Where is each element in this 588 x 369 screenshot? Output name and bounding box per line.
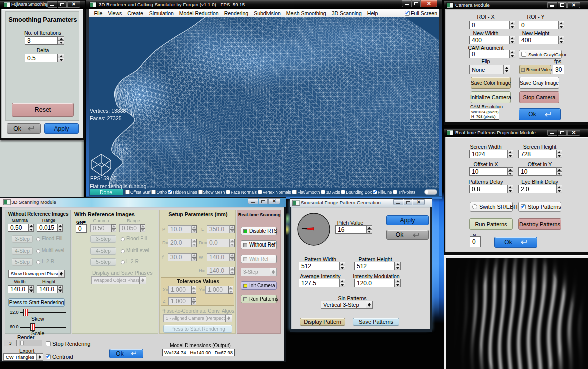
spin-down-button[interactable] xyxy=(29,228,34,232)
ok-button[interactable]: Ok xyxy=(494,237,537,248)
statusbar-toggle-bounding-box[interactable]: Bounding Box xyxy=(341,190,372,195)
maximize-button[interactable] xyxy=(58,1,67,8)
statusbar-checkbox[interactable] xyxy=(393,190,397,194)
disable-rts-checkbutton[interactable]: Disable RTS xyxy=(241,227,277,235)
menu-item-rendering[interactable]: Rendering xyxy=(221,10,251,16)
new-width-input[interactable]: 400 xyxy=(469,36,509,44)
spin-up-button[interactable] xyxy=(509,50,515,54)
spin-down-button[interactable] xyxy=(556,154,562,158)
statusbar-toggle-tri-points[interactable]: Tri/Points xyxy=(393,190,415,195)
sin-patterns-select[interactable]: Vertical 3-Step xyxy=(321,301,373,309)
destroy-patterns-button[interactable]: Destroy Patterns xyxy=(518,218,561,230)
width-spinner[interactable] xyxy=(29,285,34,293)
screen-height-input[interactable]: 728 xyxy=(518,150,556,158)
spin-down-button[interactable] xyxy=(58,228,63,232)
spin-up-button[interactable] xyxy=(58,285,63,290)
menu-item-3d-scanning[interactable]: 3D Scanning xyxy=(329,10,364,16)
menu-item-mesh-smoothing[interactable]: Mesh Smoothing xyxy=(283,10,329,16)
new-height-spinner[interactable] xyxy=(558,36,564,44)
apply-button[interactable]: Apply xyxy=(44,123,79,134)
apply-button[interactable]: Apply xyxy=(386,215,429,225)
offset-x-spinner[interactable] xyxy=(507,167,513,176)
save-color-image-button[interactable]: Save Color Image xyxy=(471,77,511,89)
ok-button[interactable]: Ok xyxy=(519,108,561,120)
spin-down-button[interactable] xyxy=(509,25,515,29)
stop-patterns-checkbutton[interactable]: Stop Patterns xyxy=(518,202,561,212)
spin-up-button[interactable] xyxy=(509,36,515,40)
spin-up-button[interactable] xyxy=(558,21,564,25)
minimize-button[interactable] xyxy=(393,199,403,205)
spin-down-button[interactable] xyxy=(58,58,64,62)
close-button[interactable]: ✕ xyxy=(421,0,437,7)
statusbar-toggle-show-mesh[interactable]: Show Mesh xyxy=(198,190,225,195)
pattern-width-input[interactable]: 512 xyxy=(299,262,339,270)
offset-y-spinner[interactable] xyxy=(556,167,562,176)
statusbar-toggle-hidden-lines[interactable]: Hidden Lines xyxy=(168,190,197,195)
start-rendering-button[interactable]: Press to Start Rendering xyxy=(8,298,65,307)
statusbar-toggle-offset-surf[interactable]: Offset Surf xyxy=(125,190,150,195)
spin-down-button[interactable] xyxy=(509,54,515,58)
phase-display-select[interactable]: Show Unwrapped Phase xyxy=(8,270,65,278)
switch-srebh-checkbox[interactable] xyxy=(472,204,477,209)
cam-argument-input[interactable]: 0 xyxy=(469,50,509,58)
menu-item-file[interactable]: File xyxy=(91,10,105,16)
avg-intensity-input[interactable]: 127.5 xyxy=(299,279,339,287)
menu-item-simulation[interactable]: Simulation xyxy=(146,10,176,16)
switch-srebh-checkbutton[interactable]: Switch SR/EBH xyxy=(470,202,513,212)
n-input[interactable]: 0 xyxy=(470,236,481,247)
eye-blink-delay-spinner[interactable] xyxy=(556,185,562,193)
roi-y-input[interactable]: 0 xyxy=(519,21,558,29)
without-ref-checkbutton[interactable]: Without Ref xyxy=(241,240,277,249)
spin-up-button[interactable] xyxy=(58,54,64,58)
roi-x-spinner[interactable] xyxy=(509,21,515,29)
maximize-button[interactable] xyxy=(404,199,412,205)
spin-up-button[interactable] xyxy=(556,185,562,189)
close-button[interactable]: ✕ xyxy=(268,198,280,204)
intensity-modulation-input[interactable]: 120.0 xyxy=(354,279,395,287)
spin-down-button[interactable] xyxy=(507,154,513,158)
new-height-input[interactable]: 400 xyxy=(519,36,558,44)
pitch-value-spinner[interactable] xyxy=(366,225,372,234)
render-slider[interactable] xyxy=(19,340,42,346)
statusbar-checkbox[interactable] xyxy=(125,190,130,194)
scale-slider-handle[interactable] xyxy=(30,323,35,331)
spin-down-button[interactable] xyxy=(339,283,345,287)
height-spinner[interactable] xyxy=(58,285,63,293)
spin-down-button[interactable] xyxy=(29,290,34,294)
close-button[interactable]: ✕ xyxy=(567,130,580,136)
maximize-button[interactable] xyxy=(558,130,567,136)
menu-item-views[interactable]: Views xyxy=(105,10,125,16)
statusbar-toggle-fill-line[interactable]: Fill/Line xyxy=(373,190,392,195)
gn-input[interactable]: 0 xyxy=(76,224,87,233)
statusbar-toggle-flat-smooth[interactable]: Flat/Smooth xyxy=(292,190,320,195)
save-patterns-button[interactable]: Save Patterns xyxy=(353,318,399,326)
ok-button[interactable]: Ok xyxy=(7,123,41,134)
centroid-checkbox[interactable] xyxy=(46,354,51,359)
stop-rendering-checkbox[interactable] xyxy=(46,341,51,346)
iterations-spinner[interactable] xyxy=(58,36,64,45)
new-width-spinner[interactable] xyxy=(509,36,515,44)
spin-down-button[interactable] xyxy=(395,283,401,287)
spin-down-button[interactable] xyxy=(558,40,564,44)
spin-down-button[interactable] xyxy=(395,266,401,270)
roi-y-spinner[interactable] xyxy=(558,21,564,29)
spin-down-button[interactable] xyxy=(509,40,515,44)
menu-item-model-reduction[interactable]: Model Reduction xyxy=(176,10,221,16)
spin-down-button[interactable] xyxy=(556,172,562,176)
spin-down-button[interactable] xyxy=(507,189,513,193)
spin-up-button[interactable] xyxy=(395,279,401,283)
display-pattern-button[interactable]: Display Pattern xyxy=(300,318,345,326)
cam-argument-spinner[interactable] xyxy=(509,50,515,58)
stop-camera-button[interactable]: Stop Camera xyxy=(519,91,559,103)
width-input[interactable]: 140.0 xyxy=(8,285,29,293)
pitch-value-input[interactable]: 16 xyxy=(335,225,366,234)
screen-width-spinner[interactable] xyxy=(507,150,513,158)
minimize-button[interactable] xyxy=(547,2,557,8)
spin-up-button[interactable] xyxy=(507,185,513,189)
point-size-slider-handle[interactable] xyxy=(425,190,428,194)
export-select[interactable]: CW Triangles xyxy=(3,353,43,361)
statusbar-checkbox[interactable] xyxy=(373,190,377,194)
statusbar-checkbox[interactable] xyxy=(321,190,325,194)
gamma-input[interactable]: 0.50 xyxy=(8,224,29,232)
spin-up-button[interactable] xyxy=(395,262,401,266)
